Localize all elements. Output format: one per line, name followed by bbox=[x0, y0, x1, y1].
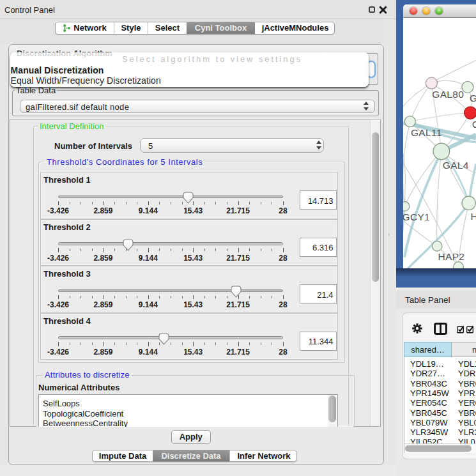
svg-text:GAL80: GAL80 bbox=[432, 88, 464, 99]
svg-text:H: H bbox=[471, 210, 476, 221]
svg-text:C: C bbox=[472, 118, 476, 129]
svg-text:GAL11: GAL11 bbox=[411, 127, 442, 137]
svg-text:HAP2: HAP2 bbox=[438, 251, 465, 262]
svg-text:GA: GA bbox=[470, 92, 476, 103]
svg-text:GCY1: GCY1 bbox=[403, 211, 430, 222]
svg-text:GAL4: GAL4 bbox=[443, 159, 469, 170]
